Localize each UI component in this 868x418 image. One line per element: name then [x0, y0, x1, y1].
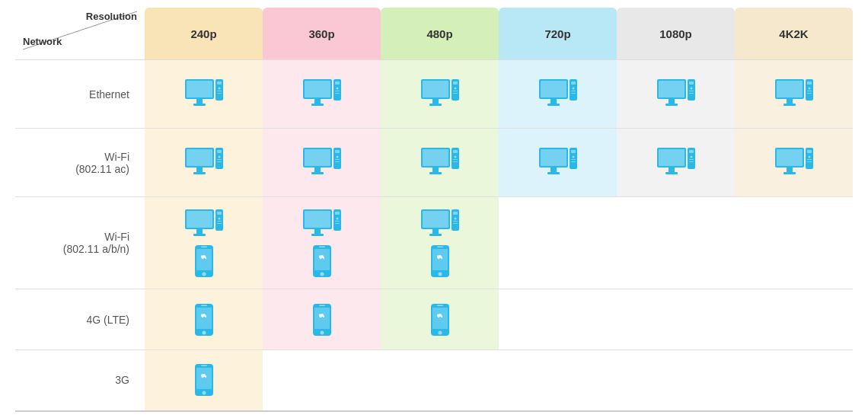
- svg-rect-30: [550, 99, 557, 104]
- desktop-icon: [656, 78, 697, 111]
- svg-rect-112: [193, 234, 206, 236]
- svg-rect-42: [689, 81, 694, 85]
- svg-rect-103: [783, 172, 796, 174]
- cell-wifi-abn-240: [145, 197, 263, 289]
- phone-icon: [430, 303, 450, 337]
- svg-point-146: [438, 273, 442, 276]
- svg-point-162: [202, 391, 206, 395]
- svg-rect-147: [437, 247, 443, 248]
- svg-rect-83: [541, 149, 566, 166]
- svg-rect-36: [571, 93, 576, 94]
- svg-rect-6: [217, 81, 222, 85]
- cell-wifi-ac-1080: [617, 129, 735, 197]
- cell-3g-480: [381, 350, 499, 411]
- svg-rect-44: [689, 91, 694, 91]
- corner-network-label: Network: [23, 36, 62, 47]
- svg-rect-21: [432, 99, 439, 104]
- cell-wifi-abn-4k2k: [735, 197, 853, 289]
- phone-icon: [312, 303, 332, 337]
- svg-rect-15: [335, 81, 340, 85]
- svg-rect-22: [429, 104, 442, 106]
- desktop-icon: [538, 146, 579, 180]
- desktop-icon: [302, 146, 343, 180]
- svg-rect-54: [807, 93, 812, 94]
- svg-rect-2: [187, 81, 212, 97]
- svg-rect-17: [335, 91, 340, 91]
- corner-header: Resolution Network: [15, 8, 145, 60]
- svg-rect-143: [453, 223, 458, 224]
- svg-point-128: [336, 218, 338, 220]
- col-header-1080: 1080p: [617, 8, 735, 60]
- svg-rect-81: [453, 161, 458, 162]
- svg-point-141: [454, 218, 456, 220]
- svg-rect-4: [193, 104, 206, 106]
- desktop-icon: [420, 208, 461, 241]
- svg-rect-132: [314, 249, 330, 270]
- phone-icon: [312, 244, 332, 278]
- svg-rect-45: [689, 93, 694, 94]
- phone-icon: [194, 303, 214, 337]
- svg-rect-153: [314, 308, 330, 329]
- cell-wifi-ac-4k2k: [735, 129, 853, 197]
- svg-rect-9: [217, 93, 222, 94]
- col-header-240: 240p: [145, 8, 263, 60]
- network-label-ethernet: Ethernet: [15, 60, 145, 129]
- svg-rect-138: [429, 234, 442, 236]
- phone-icon: [194, 363, 214, 397]
- cell-4glte-4k2k: [735, 289, 853, 350]
- col-header-720: 720p: [499, 8, 617, 60]
- svg-rect-3: [196, 99, 203, 104]
- svg-rect-136: [423, 211, 448, 228]
- cell-4glte-720: [499, 289, 617, 350]
- desktop-icon: [420, 78, 461, 111]
- cell-3g-720: [499, 350, 617, 411]
- svg-rect-99: [689, 161, 694, 162]
- svg-rect-125: [311, 234, 324, 236]
- svg-rect-102: [787, 168, 793, 172]
- cell-4glte-240: [145, 289, 263, 350]
- desktop-icon: [183, 208, 225, 241]
- cell-wifi-abn-360: [263, 197, 381, 289]
- main-table-container: Resolution Network 240p 360p 480p 720p: [15, 8, 853, 412]
- svg-rect-67: [311, 172, 324, 174]
- svg-rect-121: [201, 247, 207, 248]
- svg-rect-53: [807, 91, 812, 91]
- svg-rect-123: [305, 211, 330, 228]
- svg-rect-130: [335, 223, 340, 224]
- svg-rect-101: [777, 149, 803, 166]
- svg-point-43: [690, 87, 692, 89]
- row-ethernet: Ethernet: [15, 60, 853, 129]
- svg-rect-51: [807, 81, 812, 85]
- svg-rect-38: [659, 81, 685, 97]
- cell-wifi-ac-720: [499, 129, 617, 197]
- svg-rect-49: [783, 104, 796, 106]
- desktop-icon: [302, 78, 343, 111]
- svg-rect-163: [201, 365, 207, 367]
- svg-point-97: [690, 155, 692, 158]
- svg-rect-142: [453, 221, 458, 222]
- svg-rect-27: [453, 93, 458, 94]
- network-label-3g: 3G: [15, 350, 145, 411]
- svg-rect-129: [335, 221, 340, 222]
- svg-point-61: [218, 155, 220, 158]
- svg-rect-140: [453, 212, 458, 215]
- svg-rect-26: [453, 91, 458, 91]
- svg-rect-84: [550, 168, 557, 172]
- svg-rect-72: [335, 161, 340, 162]
- svg-rect-161: [196, 368, 212, 389]
- cell-3g-240: [145, 350, 263, 411]
- cell-4glte-480: [381, 289, 499, 350]
- desktop-icon: [183, 78, 225, 111]
- svg-rect-75: [432, 168, 439, 172]
- col-header-4k2k: 4K2K: [735, 8, 853, 60]
- svg-rect-87: [571, 150, 576, 153]
- col-header-360: 360p: [263, 8, 381, 60]
- svg-rect-98: [689, 159, 694, 160]
- desktop-icon: [420, 146, 461, 180]
- svg-point-7: [218, 87, 220, 89]
- svg-rect-137: [432, 229, 439, 234]
- svg-rect-90: [571, 161, 576, 162]
- row-4glte: 4G (LTE): [15, 289, 853, 350]
- row-wifi-ac: Wi-Fi(802.11 ac): [15, 129, 853, 197]
- svg-rect-108: [807, 161, 812, 162]
